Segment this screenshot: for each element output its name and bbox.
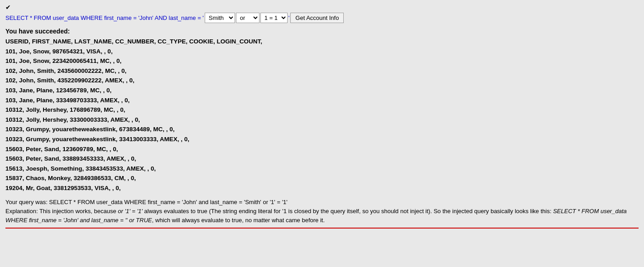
- get-account-button[interactable]: Get Account Info: [290, 13, 344, 23]
- result-row-2: 102, John, Smith, 2435600002222, MC, , 0…: [5, 66, 639, 76]
- result-row-14: 19204, Mr, Goat, 33812953533, VISA, , 0,: [5, 183, 639, 193]
- result-row-8: 10323, Grumpy, youaretheweakestlink, 673…: [5, 124, 639, 134]
- column-headers: USERID, FIRST_NAME, LAST_NAME, CC_NUMBER…: [5, 37, 639, 47]
- result-row-6: 10312, Jolly, Hershey, 176896789, MC, , …: [5, 105, 639, 115]
- result-row-9: 10323, Grumpy, youaretheweakestlink, 334…: [5, 134, 639, 144]
- query-was-line: Your query was: SELECT * FROM user_data …: [5, 198, 639, 207]
- result-row-1: 101, Joe, Snow, 2234200065411, MC, , 0,: [5, 56, 639, 66]
- explanation-block: Your query was: SELECT * FROM user_data …: [5, 198, 639, 229]
- explanation-text-1: Explanation: This injection works, becau…: [5, 208, 118, 215]
- result-row-4: 103, Jane, Plane, 123456789, MC, , 0,: [5, 86, 639, 95]
- result-row-11: 15603, Peter, Sand, 338893453333, AMEX, …: [5, 154, 639, 164]
- results-block: USERID, FIRST_NAME, LAST_NAME, CC_NUMBER…: [5, 37, 639, 193]
- result-row-7: 10312, Jolly, Hershey, 33300003333, AMEX…: [5, 115, 639, 125]
- injection-select[interactable]: 1 = 1 1 = 2 1 = 0: [260, 13, 288, 23]
- result-row-10: 15603, Peter, Sand, 123609789, MC, , 0,: [5, 144, 639, 154]
- result-row-12: 15613, Joesph, Something, 33843453533, A…: [5, 164, 639, 174]
- query-line: SELECT * FROM user_data WHERE first_name…: [5, 13, 639, 23]
- success-header: You have succeeded:: [5, 28, 639, 35]
- checkmark-icon: ✔: [5, 4, 639, 11]
- query-suffix: ': [288, 14, 289, 21]
- explanation-text-2b: , which will always evaluate to true, no…: [152, 217, 325, 224]
- result-row-13: 15837, Chaos, Monkey, 32849386533, CM, ,…: [5, 173, 639, 183]
- result-row-5: 103, Jane, Plane, 333498703333, AMEX, , …: [5, 95, 639, 105]
- query-prefix: SELECT * FROM user_data WHERE first_name…: [5, 14, 204, 21]
- lastname-select[interactable]: Smith Jones Brown: [205, 13, 235, 23]
- explanation-italic-1: or '1' = '1': [118, 208, 142, 215]
- result-row-0: 101, Joe, Snow, 987654321, VISA, , 0,: [5, 47, 639, 57]
- explanation-line: Explanation: This injection works, becau…: [5, 207, 639, 225]
- operator-select[interactable]: or and xor: [236, 13, 260, 23]
- explanation-text-1b: always evaluates to true (The string end…: [143, 208, 553, 215]
- result-row-3: 102, John, Smith, 4352209902222, AMEX, ,…: [5, 76, 639, 86]
